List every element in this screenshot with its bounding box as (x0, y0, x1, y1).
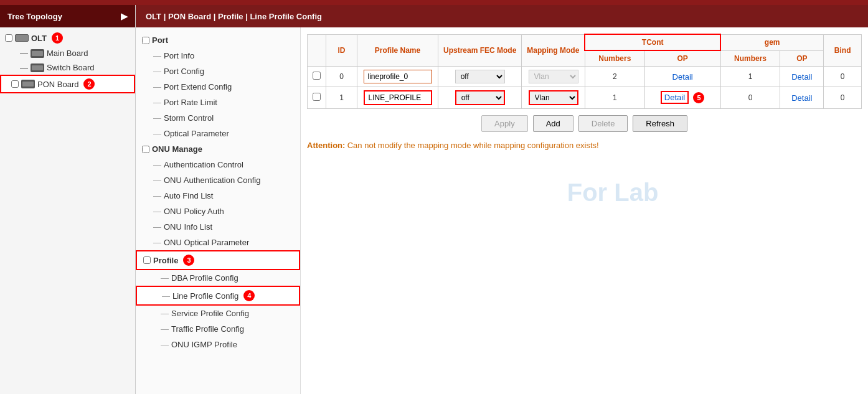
row0-profile-name (357, 67, 438, 87)
nav-section-onu-manage-header[interactable]: ONU Manage (136, 141, 300, 157)
badge-1: 1 (52, 32, 63, 44)
refresh-button[interactable]: Refresh (633, 115, 687, 132)
sidebar-item-pon-board[interactable]: PON Board 2 (0, 75, 135, 93)
port-section-label: Port (152, 35, 168, 45)
row0-tcont-op: Detail (644, 67, 720, 87)
pon-board-icon (21, 80, 35, 88)
row1-gem-op: Detail (780, 87, 824, 109)
row0-mapping-select[interactable]: Vlan Gemport Flow (529, 70, 578, 83)
row1-checkbox[interactable] (313, 93, 321, 101)
row0-gem-op: Detail (780, 67, 824, 87)
row0-bind-number: 0 (824, 67, 862, 87)
nav-connector: — (153, 238, 161, 247)
onu-manage-checkbox[interactable] (142, 146, 149, 153)
sidebar-item-main-board[interactable]: — Main Board (0, 46, 135, 60)
attention-bar: Attention: Can not modify the mapping mo… (307, 138, 862, 152)
th-bind: Bind (824, 34, 862, 67)
th-mapping-mode: Mapping Mode (522, 34, 585, 67)
apply-button[interactable]: Apply (481, 115, 528, 132)
row1-gem-detail-link[interactable]: Detail (791, 93, 812, 103)
nav-connector: — (153, 222, 161, 232)
nav-item-port-rate-limit[interactable]: — Port Rate Limit (136, 95, 300, 110)
row1-tcont-detail-link[interactable]: Detail (661, 91, 689, 104)
row1-tcont-op: Detail 5 (644, 87, 720, 109)
sidebar-item-olt[interactable]: OLT 1 (0, 30, 135, 46)
olt-icon (15, 34, 29, 42)
th-profile-name: Profile Name (357, 34, 438, 67)
nav-section-port-header[interactable]: Port (136, 32, 300, 48)
nav-item-port-extend-config-label: Port Extend Config (164, 82, 232, 91)
pon-board-label: PON Board (37, 80, 78, 89)
sidebar-item-switch-board[interactable]: — Switch Board (0, 60, 135, 75)
nav-item-dba-profile-config[interactable]: — DBA Profile Config (136, 270, 300, 286)
nav-item-onu-optical-parameter[interactable]: — ONU Optical Parameter (136, 235, 300, 250)
nav-item-optical-parameter[interactable]: — Optical Parameter (136, 126, 300, 141)
th-gem: gem (720, 34, 824, 50)
port-section-checkbox[interactable] (142, 37, 149, 44)
th-gem-numbers: Numbers (720, 50, 780, 67)
nav-item-auto-find-list[interactable]: — Auto Find List (136, 188, 300, 204)
nav-item-auth-control[interactable]: — Authentication Control (136, 157, 300, 172)
badge-4: 4 (243, 290, 255, 301)
row0-gem-numbers: 1 (720, 67, 780, 87)
sidebar: Tree Topology ▶ OLT 1 — Main Board (0, 5, 136, 394)
olt-checkbox[interactable] (5, 34, 12, 42)
nav-item-traffic-profile-config[interactable]: — Traffic Profile Config (136, 321, 300, 337)
nav-item-auth-control-label: Authentication Control (164, 160, 243, 169)
sidebar-header: Tree Topology ▶ (0, 5, 135, 27)
sidebar-title: Tree Topology (7, 12, 62, 21)
th-tcont-op: OP (644, 50, 720, 67)
nav-item-port-info-label: Port Info (164, 51, 194, 60)
nav-item-optical-parameter-label: Optical Parameter (164, 129, 229, 138)
nav-item-port-extend-config[interactable]: — Port Extend Config (136, 79, 300, 95)
nav-connector: — (153, 176, 161, 185)
switch-board-icon (31, 63, 44, 72)
nav-item-onu-igmp-profile-label: ONU IGMP Profile (171, 340, 237, 349)
row0-tcont-numbers: 2 (585, 67, 644, 87)
row1-upstream-select[interactable]: off on (455, 90, 505, 105)
nav-item-storm-control[interactable]: — Storm Control (136, 110, 300, 126)
row1-tcont-numbers: 1 (585, 87, 644, 109)
tree-connector-switch: — (15, 63, 28, 72)
row0-profile-name-input[interactable] (364, 70, 432, 83)
row0-tcont-detail-link[interactable]: Detail (672, 72, 693, 82)
main-board-label: Main Board (47, 49, 88, 58)
row1-mapping-select[interactable]: Vlan Gemport Flow (529, 90, 578, 105)
row0-gem-detail-link[interactable]: Detail (791, 72, 812, 82)
add-button[interactable]: Add (533, 115, 573, 132)
row1-profile-name-input[interactable] (364, 90, 432, 105)
row0-upstream-select[interactable]: off on (455, 70, 505, 83)
pon-board-checkbox[interactable] (11, 80, 19, 88)
nav-item-auto-find-list-label: Auto Find List (164, 191, 214, 200)
th-tcont: TCont (585, 34, 720, 50)
nav-connector: — (161, 309, 169, 318)
nav-item-onu-info-list[interactable]: — ONU Info List (136, 219, 300, 235)
nav-item-port-info[interactable]: — Port Info (136, 48, 300, 63)
content-area: Port — Port Info — Port Config — Port (136, 27, 868, 394)
nav-section-port: Port — Port Info — Port Config — Port (136, 32, 300, 141)
nav-item-service-profile-config[interactable]: — Service Profile Config (136, 306, 300, 321)
row1-gem-numbers: 0 (720, 87, 780, 109)
right-panel: For Lab ID Profile Name Upstream FEC Mod… (301, 27, 868, 394)
nav-item-port-config[interactable]: — Port Config (136, 63, 300, 79)
nav-item-onu-igmp-profile[interactable]: — ONU IGMP Profile (136, 337, 300, 352)
nav-item-onu-auth-config[interactable]: — ONU Authentication Config (136, 172, 300, 188)
row0-mapping-mode: Vlan Gemport Flow (522, 67, 585, 87)
row1-profile-name (357, 87, 438, 109)
th-gem-op: OP (780, 50, 824, 67)
delete-button[interactable]: Delete (578, 115, 628, 132)
nav-connector: — (161, 273, 169, 283)
nav-item-onu-policy-auth[interactable]: — ONU Policy Auth (136, 204, 300, 219)
nav-section-profile-header[interactable]: Profile 3 (136, 250, 300, 270)
tree-connector-main: — (15, 49, 28, 58)
badge-2: 2 (83, 78, 95, 90)
onu-manage-section-label: ONU Manage (152, 144, 202, 154)
profile-section-checkbox[interactable] (143, 256, 151, 264)
nav-connector: — (153, 67, 161, 76)
main-board-icon (31, 49, 44, 58)
attention-message: Can not modify the mapping mode while ma… (347, 141, 599, 150)
nav-connector: — (153, 160, 161, 169)
nav-item-line-profile-config[interactable]: — Line Profile Config 4 (136, 286, 300, 306)
sidebar-collapse-button[interactable]: ▶ (121, 11, 128, 21)
row0-checkbox[interactable] (313, 72, 321, 80)
